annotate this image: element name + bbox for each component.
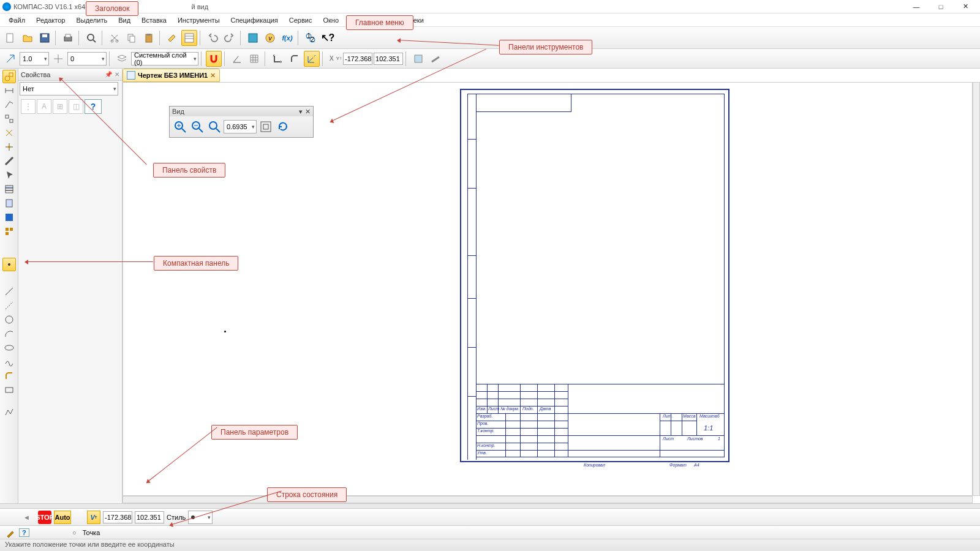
menu-spec[interactable]: Спецификация xyxy=(226,15,283,25)
view-panel-close-icon[interactable]: ✕ xyxy=(305,108,311,116)
auto-button[interactable]: Auto xyxy=(54,511,71,524)
param-y-field[interactable]: 102.351 xyxy=(135,511,164,523)
scale-dropdown[interactable]: 1.0 xyxy=(20,52,49,66)
fillet-tool[interactable] xyxy=(2,369,16,383)
help-button[interactable]: 12 xyxy=(303,30,318,46)
status-bar: ? ○ Точка xyxy=(0,525,980,539)
tab-close-button[interactable]: ✕ xyxy=(210,72,216,80)
document-tab[interactable]: Чертеж БЕЗ ИМЕНИ1 ✕ xyxy=(123,69,220,82)
zoom-out-button[interactable] xyxy=(189,119,205,135)
point-tool[interactable] xyxy=(2,258,16,271)
render-button[interactable] xyxy=(410,51,426,67)
menu-tools[interactable]: Инструменты xyxy=(173,15,225,25)
close-panel-button[interactable]: ✕ xyxy=(115,71,119,78)
menu-edit[interactable]: Редактор xyxy=(31,15,70,25)
undo-button[interactable] xyxy=(205,30,221,46)
prop-icon-3[interactable]: ⊞ xyxy=(53,99,67,114)
view-panel-dropdown-icon[interactable]: ▾ xyxy=(299,108,303,116)
prop-text-icon[interactable]: A xyxy=(37,99,51,114)
open-button[interactable] xyxy=(20,30,36,46)
angle-button[interactable] xyxy=(229,51,245,67)
stop-button[interactable]: STOP xyxy=(38,511,51,524)
paint-button[interactable] xyxy=(164,30,180,46)
help-status-button[interactable]: ? xyxy=(18,527,30,539)
menu-file[interactable]: Файл xyxy=(4,15,30,25)
param-x-field[interactable]: -172.368 xyxy=(103,511,132,523)
cut-button[interactable] xyxy=(107,30,123,46)
variables-button[interactable]: v xyxy=(262,30,278,46)
edit-button[interactable] xyxy=(2,126,16,140)
arc-tool[interactable] xyxy=(2,327,16,340)
menu-insert[interactable]: Вставка xyxy=(137,15,172,25)
prev-button[interactable]: ◄ xyxy=(23,514,36,521)
menu-view[interactable]: Вид xyxy=(113,15,135,25)
prop-icon-1[interactable]: ⋮ xyxy=(21,99,36,114)
round-button[interactable] xyxy=(287,51,303,67)
ortho-button[interactable] xyxy=(270,51,285,67)
report-button[interactable] xyxy=(2,197,16,210)
svg-rect-42 xyxy=(6,232,9,235)
select-button[interactable] xyxy=(2,168,16,182)
menu-select[interactable]: Выделить xyxy=(71,15,112,25)
spline-tool[interactable] xyxy=(2,355,16,369)
coord-x-field[interactable]: -172.368 xyxy=(343,53,372,65)
params-button[interactable] xyxy=(2,140,16,154)
build-button[interactable] xyxy=(2,112,16,126)
manager-button[interactable] xyxy=(245,30,261,46)
spec-button[interactable] xyxy=(2,182,16,196)
properties-dropdown[interactable]: Нет xyxy=(20,82,118,96)
properties-button[interactable] xyxy=(181,30,197,46)
circle-tool[interactable] xyxy=(2,313,16,326)
zoom-fit-button[interactable] xyxy=(258,119,274,135)
paste-button[interactable] xyxy=(141,30,157,46)
menu-service[interactable]: Сервис xyxy=(284,15,317,25)
prop-icon-4[interactable]: ◫ xyxy=(69,99,83,114)
origin-button[interactable] xyxy=(50,51,66,67)
ellipse-tool[interactable] xyxy=(2,341,16,354)
rectangle-tool[interactable] xyxy=(2,383,16,397)
refresh-button[interactable] xyxy=(275,119,291,135)
local-cs-button[interactable] xyxy=(304,51,320,67)
svg-rect-2 xyxy=(42,34,47,37)
copy-button[interactable] xyxy=(124,30,140,46)
magnet-button[interactable] xyxy=(206,51,222,67)
dimension-button[interactable] xyxy=(2,84,16,97)
coords-toggle[interactable]: Vт xyxy=(87,511,100,524)
shade-button[interactable] xyxy=(428,51,443,67)
save-button[interactable] xyxy=(37,30,53,46)
brush-icon[interactable] xyxy=(5,527,17,539)
offset-dropdown[interactable]: 0 xyxy=(67,52,107,66)
line-tool[interactable] xyxy=(2,285,16,298)
maximize-button[interactable]: □ xyxy=(929,1,953,13)
redo-button[interactable] xyxy=(222,30,238,46)
layer-dropdown[interactable]: Системный слой (0) xyxy=(131,52,198,66)
zoom-value-dropdown[interactable]: 0.6935 xyxy=(224,120,257,133)
insert-button[interactable] xyxy=(2,211,16,224)
notation-button[interactable] xyxy=(2,98,16,111)
coord-y-field[interactable]: 102.351 xyxy=(374,53,403,65)
snap-button[interactable] xyxy=(2,51,18,67)
pin-icon[interactable]: 📌 xyxy=(105,71,112,78)
polyline-tool[interactable] xyxy=(2,405,16,419)
geometry-button[interactable] xyxy=(2,70,16,83)
preview-button[interactable] xyxy=(83,30,99,46)
whats-this-button[interactable]: ↖? xyxy=(320,30,336,46)
doc-icon xyxy=(127,71,135,80)
layers-icon[interactable] xyxy=(114,51,130,67)
measure-button[interactable] xyxy=(2,154,16,168)
view-floating-panel[interactable]: Вид ▾ ✕ 0.6935 xyxy=(169,106,314,138)
function-button[interactable]: f(x) xyxy=(279,30,295,46)
vertical-scrollbar[interactable] xyxy=(973,82,980,496)
new-button[interactable] xyxy=(2,30,18,46)
zoom-in-button[interactable] xyxy=(172,119,188,135)
views-button[interactable] xyxy=(2,225,16,238)
grid-button[interactable] xyxy=(246,51,262,67)
print-button[interactable] xyxy=(60,30,76,46)
cursor-point xyxy=(224,331,226,332)
zoom-window-button[interactable] xyxy=(206,119,222,135)
close-button[interactable]: ✕ xyxy=(953,1,978,13)
svg-rect-0 xyxy=(7,34,13,42)
menu-window[interactable]: Окно xyxy=(318,15,344,25)
minimize-button[interactable]: — xyxy=(904,1,929,13)
aux-line-tool[interactable] xyxy=(2,299,16,312)
